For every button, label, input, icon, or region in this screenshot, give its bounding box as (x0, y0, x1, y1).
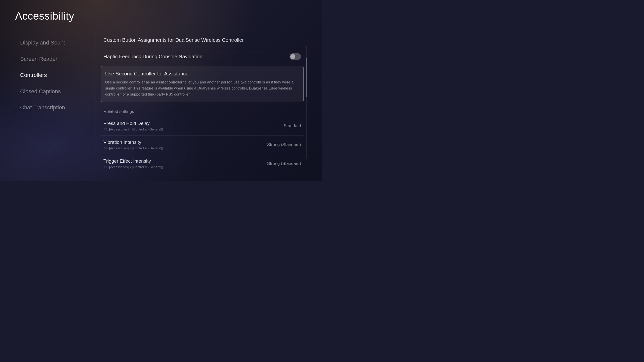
scroll-bar (306, 46, 307, 159)
related-setting-trigger-effect-intensity-path-text: [Accessories] > [Controller (General)] (109, 165, 163, 169)
sidebar: Display and SoundScreen ReaderController… (15, 32, 96, 173)
use-second-controller-selected[interactable]: Use Second Controller for Assistance Use… (101, 66, 304, 102)
haptic-feedback-toggle[interactable] (290, 53, 301, 60)
related-setting-vibration-intensity-title: Vibration Intensity (103, 140, 163, 145)
custom-button-assignments-label: Custom Button Assignments for DualSense … (103, 37, 244, 43)
related-setting-vibration-intensity-row[interactable]: Vibration Intensity🎮[Accessories] > [Con… (101, 135, 304, 154)
related-setting-vibration-intensity-path-text: [Accessories] > [Controller (General)] (109, 146, 163, 150)
related-setting-trigger-effect-intensity-title: Trigger Effect Intensity (103, 158, 163, 164)
controller-icon: 🎮 (103, 127, 108, 131)
related-setting-press-and-hold-delay-row[interactable]: Press and Hold Delay🎮[Accessories] > [Co… (101, 117, 304, 135)
related-setting-press-and-hold-delay-left: Press and Hold Delay🎮[Accessories] > [Co… (103, 121, 163, 131)
related-setting-vibration-intensity-left: Vibration Intensity🎮[Accessories] > [Con… (103, 140, 163, 150)
related-setting-vibration-intensity-path: 🎮[Accessories] > [Controller (General)] (103, 146, 163, 150)
toggle-knob (290, 54, 295, 59)
related-settings-header: Related settings (101, 103, 304, 117)
related-setting-press-and-hold-delay-path-text: [Accessories] > [Controller (General)] (109, 127, 163, 131)
settings-list: Custom Button Assignments for DualSense … (101, 32, 304, 103)
sidebar-item-screen-reader[interactable]: Screen Reader (15, 51, 96, 67)
sidebar-item-chat-transcription[interactable]: Chat Transcription (15, 100, 96, 116)
page-container: Accessibility Display and SoundScreen Re… (0, 0, 322, 181)
haptic-feedback-label: Haptic Feedback During Console Navigatio… (103, 54, 203, 60)
controller-icon: 🎮 (103, 146, 108, 150)
main-content: Custom Button Assignments for DualSense … (96, 32, 304, 173)
haptic-feedback-toggle-container (290, 53, 301, 60)
controller-icon: 🎮 (103, 165, 108, 169)
related-setting-trigger-effect-intensity-row[interactable]: Trigger Effect Intensity🎮[Accessories] >… (101, 154, 304, 173)
related-setting-press-and-hold-delay-title: Press and Hold Delay (103, 121, 163, 126)
use-second-controller-title: Use Second Controller for Assistance (105, 71, 299, 77)
page-title: Accessibility (15, 10, 307, 22)
related-settings-list: Press and Hold Delay🎮[Accessories] > [Co… (101, 117, 304, 173)
use-second-controller-description: Use a second controller as an assist con… (105, 79, 299, 97)
sidebar-item-controllers[interactable]: Controllers (15, 67, 96, 83)
content-layout: Display and SoundScreen ReaderController… (15, 32, 307, 173)
related-setting-trigger-effect-intensity-left: Trigger Effect Intensity🎮[Accessories] >… (103, 158, 163, 169)
sidebar-item-display-and-sound[interactable]: Display and Sound (15, 35, 96, 51)
related-setting-vibration-intensity-value: Strong (Standard) (267, 142, 301, 147)
related-setting-trigger-effect-intensity-value: Strong (Standard) (267, 161, 301, 166)
sidebar-item-closed-captions[interactable]: Closed Captions (15, 83, 96, 100)
related-setting-press-and-hold-delay-value: Standard (284, 123, 301, 128)
haptic-feedback-row[interactable]: Haptic Feedback During Console Navigatio… (101, 48, 304, 65)
related-setting-press-and-hold-delay-path: 🎮[Accessories] > [Controller (General)] (103, 127, 163, 131)
custom-button-assignments-row[interactable]: Custom Button Assignments for DualSense … (101, 32, 304, 48)
scroll-thumb (306, 58, 307, 97)
related-setting-trigger-effect-intensity-path: 🎮[Accessories] > [Controller (General)] (103, 165, 163, 169)
